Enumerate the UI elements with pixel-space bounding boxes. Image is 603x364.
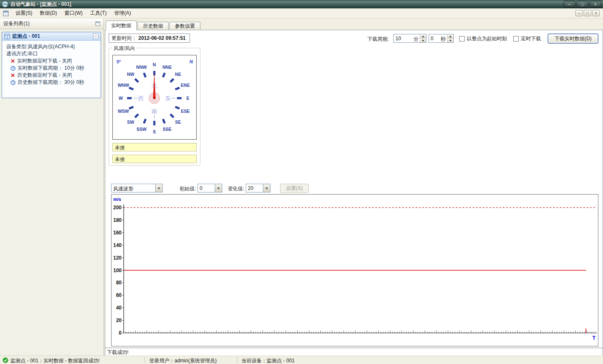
menu-item-1[interactable]: 设置(S) bbox=[12, 8, 36, 18]
change-value-select[interactable]: 20 bbox=[246, 184, 270, 192]
compass-cn-left: 西 bbox=[138, 95, 144, 101]
update-time-box: 更新时间： 2012-06-02 09:57:51 bbox=[109, 34, 190, 43]
clock-icon bbox=[10, 66, 16, 71]
device-info: 设备类型:风速风向仪(ACPH-4)通讯方式:串口实时数据定时下载 - 关闭实时… bbox=[2, 41, 101, 86]
mdi-window-controls: ─ □ × bbox=[575, 10, 601, 16]
tab-3[interactable]: 参数设置 bbox=[169, 22, 200, 30]
tab-1[interactable]: 实时数据 bbox=[106, 21, 137, 30]
collapse-button[interactable]: − bbox=[93, 34, 99, 39]
change-dropdown-icon[interactable] bbox=[263, 184, 270, 192]
update-time-label: 更新时间： bbox=[112, 35, 137, 42]
minutes-spinner[interactable]: 10 分 bbox=[393, 34, 426, 43]
wind-compass: 0°N北东南西NNNENEENEEESESESSESSSWSWWSWWWNWNW… bbox=[112, 55, 197, 140]
wind-direction-field: 未接 bbox=[112, 155, 197, 163]
waveform-dropdown-icon[interactable] bbox=[155, 184, 162, 192]
menu-item-2[interactable]: 数据(D) bbox=[36, 8, 61, 18]
minutes-value[interactable]: 10 bbox=[394, 34, 413, 42]
compass-dir-E: E bbox=[186, 96, 189, 101]
svg-text:200: 200 bbox=[113, 205, 122, 211]
minutes-unit-label: 分 bbox=[413, 34, 420, 42]
tab-2[interactable]: 历史数据 bbox=[138, 22, 169, 30]
device-icon bbox=[4, 34, 10, 39]
panel-windows-icon[interactable] bbox=[95, 21, 100, 26]
minimize-button[interactable]: ─ bbox=[564, 1, 575, 8]
seconds-up-icon[interactable] bbox=[447, 34, 453, 39]
device-list-title: 设备列表(1) bbox=[3, 20, 30, 27]
device-info-text: 设备类型:风速风向仪(ACPH-4) bbox=[6, 43, 75, 50]
status-separator bbox=[145, 357, 146, 363]
compass-dir-WSW: WSW bbox=[118, 109, 129, 114]
download-period-label: 下载周期: bbox=[367, 36, 389, 43]
start-on-hour-checkbox-box[interactable] bbox=[459, 36, 465, 42]
timed-download-checkbox[interactable]: 定时下载 bbox=[513, 35, 541, 42]
svg-text:140: 140 bbox=[113, 242, 122, 248]
chart-x-label: T bbox=[593, 335, 596, 341]
app-window: 自动气象站 - [监测点 - 001] ─ □ × 设置(S)数据(D)窗口(W… bbox=[0, 0, 603, 364]
seconds-value[interactable]: 0 bbox=[429, 34, 441, 42]
waveform-select[interactable]: 风速波形 bbox=[111, 184, 163, 192]
window-title: 自动气象站 - [监测点 - 001] bbox=[10, 1, 71, 8]
device-title: 监测点 - 001 bbox=[12, 33, 40, 40]
seconds-spin-buttons bbox=[447, 34, 453, 42]
red-x-icon bbox=[10, 59, 15, 63]
compass-dir-NW: NW bbox=[127, 72, 135, 77]
title-bar: 自动气象站 - [监测点 - 001] ─ □ × bbox=[0, 0, 603, 8]
device-info-text: 通讯方式:串口 bbox=[6, 50, 38, 57]
compass-dir-SSE: SSE bbox=[163, 127, 172, 132]
main-content: 更新时间： 2012-06-02 09:57:51 下载周期: 10 分 0 秒… bbox=[105, 30, 603, 356]
timed-download-label: 定时下载 bbox=[521, 35, 541, 42]
download-realtime-button[interactable]: 下载实时数据(D) bbox=[548, 34, 598, 44]
mdi-restore-button[interactable]: □ bbox=[584, 10, 591, 16]
initial-value-select[interactable]: 0 bbox=[198, 184, 222, 192]
menu-bar: 设置(S)数据(D)窗口(W)工具(T)管理(A) ─ □ × bbox=[0, 8, 603, 18]
device-info-line: 历史数据下载周期： 30分 0秒 bbox=[2, 79, 101, 86]
window-controls: ─ □ × bbox=[564, 1, 601, 8]
waveform-select-value: 风速波形 bbox=[112, 184, 155, 192]
compass-dir-ESE: ESE bbox=[181, 109, 190, 114]
compass-zero-degree-label: 0° bbox=[117, 59, 121, 64]
device-info-line: 实时数据下载周期： 10分 0秒 bbox=[2, 65, 101, 72]
update-time-value: 2012-06-02 09:57:51 bbox=[138, 35, 186, 41]
compass-dir-SE: SE bbox=[175, 120, 181, 125]
menu-item-4[interactable]: 工具(T) bbox=[86, 8, 110, 18]
mdi-close-button[interactable]: × bbox=[592, 10, 600, 16]
device-info-text: 实时数据下载周期： 10分 0秒 bbox=[18, 65, 84, 72]
mdi-minimize-button[interactable]: ─ bbox=[575, 10, 583, 16]
compass-dir-W: W bbox=[119, 96, 123, 101]
settings-button[interactable]: 设置(S) bbox=[280, 184, 309, 193]
menu-items: 设置(S)数据(D)窗口(W)工具(T)管理(A) bbox=[12, 8, 135, 18]
initial-dropdown-icon[interactable] bbox=[215, 184, 222, 192]
start-on-hour-checkbox[interactable]: 以整点为起始时刻 bbox=[459, 35, 507, 42]
success-check-icon bbox=[3, 357, 8, 363]
compass-dir-ENE: ENE bbox=[181, 83, 190, 88]
seconds-spinner[interactable]: 0 秒 bbox=[429, 34, 454, 43]
red-x-icon bbox=[10, 73, 15, 78]
minutes-up-icon[interactable] bbox=[420, 34, 426, 39]
device-panel-header[interactable]: 监测点 - 001 − bbox=[2, 32, 101, 41]
close-button[interactable]: × bbox=[590, 1, 601, 8]
wind-speed-chart: m/s 020406080100120140160180200T bbox=[111, 194, 598, 346]
svg-text:60: 60 bbox=[116, 292, 122, 298]
initial-value-label: 初始值: bbox=[179, 185, 196, 192]
maximize-button[interactable]: □ bbox=[577, 1, 588, 8]
device-info-line: 历史数据定时下载 - 关闭 bbox=[2, 72, 101, 79]
app-icon bbox=[2, 1, 8, 8]
timed-download-checkbox-box[interactable] bbox=[513, 36, 519, 42]
change-value-label: 变化值: bbox=[228, 185, 244, 192]
status-bar: 监测点 - 001：实时数据 - 数据返回成功! 登录用户：admin(系统管理… bbox=[0, 356, 603, 364]
menu-item-5[interactable]: 管理(A) bbox=[110, 8, 135, 18]
compass-dir-S: S bbox=[153, 129, 156, 134]
svg-text:0: 0 bbox=[119, 330, 122, 336]
svg-text:180: 180 bbox=[113, 217, 122, 223]
compass-cn-bottom: 南 bbox=[152, 108, 157, 114]
wind-group-title: 风速/风向 bbox=[112, 45, 136, 52]
chart-y-axis-label: m/s bbox=[113, 197, 121, 202]
menu-item-3[interactable]: 窗口(W) bbox=[61, 8, 86, 18]
svg-text:80: 80 bbox=[116, 280, 122, 286]
compass-north-ref-label: N bbox=[190, 59, 193, 64]
minutes-down-icon[interactable] bbox=[420, 39, 426, 42]
seconds-down-icon[interactable] bbox=[447, 39, 453, 42]
compass-dir-WNW: WNW bbox=[117, 83, 129, 88]
device-info-text: 实时数据定时下载 - 关闭 bbox=[17, 57, 72, 65]
clock-icon bbox=[10, 80, 16, 85]
